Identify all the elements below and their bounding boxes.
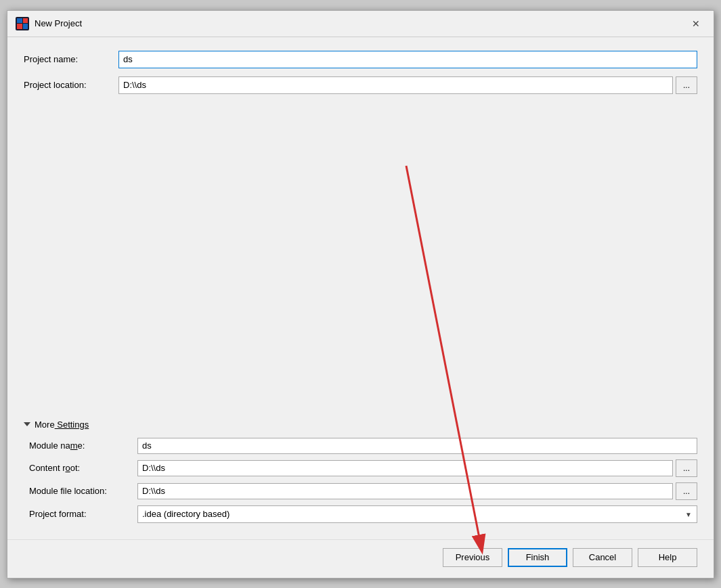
dialog-footer: Previous Finish Cancel Help [7,539,714,578]
project-location-label: Project location: [24,80,118,90]
more-settings-label: More Settings [35,420,89,430]
dialog-title: New Project [35,18,82,28]
title-bar: New Project ✕ [7,11,714,37]
content-root-label: Content root: [29,463,137,473]
dialog-body: Project name: Project location: ... More… [7,37,714,539]
new-project-dialog: New Project ✕ Project name: Project loca… [7,10,714,579]
module-name-row: Module name: [24,438,697,454]
title-bar-left: New Project [16,17,82,30]
svg-rect-3 [23,18,28,23]
svg-rect-4 [23,24,28,29]
project-format-select-wrapper: .idea (directory based) Eclipse (.classp… [137,505,697,523]
project-location-row: Project location: ... [24,76,697,94]
module-file-browse-button[interactable]: ... [676,482,697,500]
project-format-row: Project format: .idea (directory based) … [24,505,697,523]
previous-button[interactable]: Previous [443,548,502,567]
project-format-select[interactable]: .idea (directory based) Eclipse (.classp… [137,505,697,523]
body-spacer [24,102,697,414]
svg-rect-1 [17,24,22,29]
content-root-browse-button[interactable]: ... [676,459,697,477]
more-settings-toggle[interactable]: More Settings [24,420,697,430]
project-format-label: Project format: [29,509,137,519]
module-file-label: Module file location: [29,486,137,496]
project-location-browse-button[interactable]: ... [676,76,697,94]
help-button[interactable]: Help [638,548,697,567]
more-settings-section: More Settings Module name: Content root:… [24,420,697,528]
content-root-input[interactable] [137,460,673,476]
project-location-input[interactable] [118,76,673,94]
finish-button[interactable]: Finish [508,548,567,567]
cancel-button[interactable]: Cancel [573,548,632,567]
module-file-row: Module file location: ... [24,482,697,500]
close-button[interactable]: ✕ [686,16,705,31]
module-file-input[interactable] [137,483,673,499]
app-icon [16,17,29,30]
project-name-row: Project name: [24,51,697,68]
project-name-label: Project name: [24,54,118,64]
svg-rect-2 [17,18,22,23]
module-name-label: Module name: [29,440,137,451]
content-root-row: Content root: ... [24,459,697,477]
module-name-input[interactable] [137,438,697,454]
project-name-input[interactable] [118,51,697,68]
collapse-triangle-icon [24,422,30,426]
